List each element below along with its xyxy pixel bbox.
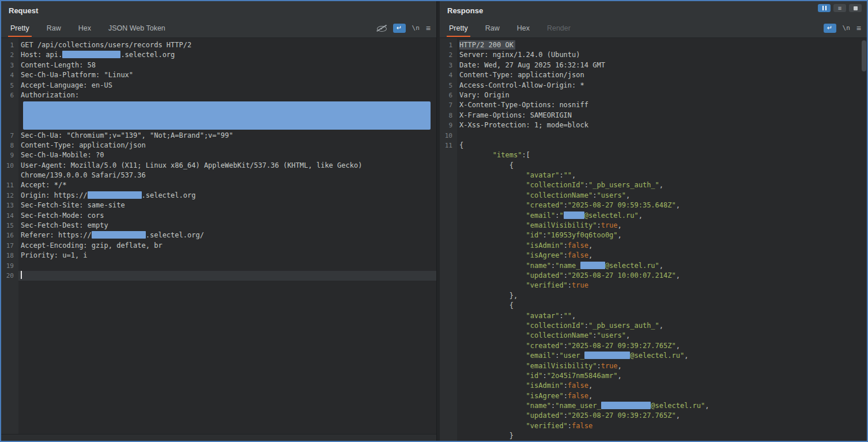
request-editor[interactable]: 1GET /api/collections/users/records HTTP…: [1, 38, 436, 434]
line-number: [440, 331, 457, 341]
layout-single-button[interactable]: [849, 4, 862, 12]
editor-menu-icon[interactable]: ≡: [856, 24, 861, 33]
line-number: 7: [1, 131, 18, 141]
response-code-line: 3Date: Wed, 27 Aug 2025 16:32:14 GMT: [440, 61, 867, 70]
line-number: 6: [1, 90, 18, 100]
line-number: 4: [440, 70, 457, 80]
line-number: [440, 381, 457, 391]
line-number: 15: [1, 221, 18, 231]
request-code-line: 11Accept: */*: [1, 180, 436, 190]
line-number: [440, 221, 457, 231]
response-vertical-scrollbar-thumb[interactable]: [862, 40, 866, 71]
response-code-line: "email":"@selectel.ru",: [440, 211, 867, 221]
request-code-line: 3Content-Length: 58: [1, 61, 436, 70]
request-code-line: 18Priority: u=1, i: [1, 251, 436, 260]
response-code-line: "name":"name_@selectel.ru",: [440, 261, 867, 271]
response-code-line: "email":"user_@selectel.ru",: [440, 351, 867, 361]
layout-rows-button[interactable]: ≡: [833, 4, 846, 12]
response-editor[interactable]: 1HTTP/2 200 OK2Server: nginx/1.24.0 (Ubu…: [440, 38, 867, 441]
line-number: 2: [1, 50, 18, 60]
line-number: 7: [440, 100, 457, 110]
response-code-line: {: [440, 161, 867, 171]
response-code-line: "collectionId":"_pb_users_auth_",: [440, 321, 867, 331]
response-code-line: 11{: [440, 141, 867, 150]
request-code-line: 17Accept-Encoding: gzip, deflate, br: [1, 241, 436, 251]
request-panel-title: Request: [1, 1, 436, 18]
wrap-lines-icon[interactable]: ↵: [824, 24, 836, 33]
line-number: 8: [1, 141, 18, 150]
tab-request-json-web-token[interactable]: JSON Web Token: [107, 19, 167, 37]
pause-button[interactable]: [818, 4, 831, 12]
line-number: [440, 251, 457, 260]
request-code-line: 2Host: api..selectel.org: [1, 50, 436, 60]
response-code-line: "isAdmin":false,: [440, 381, 867, 391]
show-newlines-icon[interactable]: \n: [843, 24, 850, 32]
line-number: [440, 241, 457, 251]
response-code-line: 4Content-Type: application/json: [440, 70, 867, 80]
response-panel: Response Pretty Raw Hex Render ↵ \n ≡ 1H…: [440, 1, 867, 441]
response-code-line: 1HTTP/2 200 OK: [440, 40, 867, 50]
request-tabbar: Pretty Raw Hex JSON Web Token ↵ \n ≡: [1, 18, 436, 38]
editor-menu-icon[interactable]: ≡: [426, 24, 431, 33]
line-number: 9: [440, 120, 457, 130]
tab-request-hex[interactable]: Hex: [77, 19, 92, 37]
request-code-line: 5Accept-Language: en-US: [1, 81, 436, 90]
line-number: [440, 150, 457, 160]
line-number: [440, 161, 457, 171]
response-code-line: "emailVisibility":true,: [440, 221, 867, 231]
request-code-line: 6Authorization:: [1, 90, 436, 100]
tab-response-raw[interactable]: Raw: [484, 19, 501, 37]
line-number: [440, 391, 457, 401]
line-number: [440, 351, 457, 361]
show-newlines-icon[interactable]: \n: [412, 24, 420, 32]
line-number: [440, 421, 457, 431]
line-number: 11: [440, 141, 457, 150]
tab-response-render[interactable]: Render: [546, 19, 572, 37]
response-code-line: "name":"name_user_@selectel.ru",: [440, 401, 867, 411]
line-number: 10: [1, 161, 18, 171]
response-code-line: "created":"2025-08-27 09:39:27.765Z",: [440, 341, 867, 351]
request-code-line: 12Origin: https://.selectel.org: [1, 191, 436, 201]
request-editor-toolbar: ↵ \n ≡: [376, 24, 431, 33]
tab-request-raw[interactable]: Raw: [46, 19, 62, 37]
response-code-line: },: [440, 291, 867, 301]
request-code-line: 14Sec-Fetch-Mode: cors: [1, 211, 436, 221]
hide-matches-icon[interactable]: [376, 24, 387, 32]
redacted-value: [584, 352, 630, 359]
line-number: 19: [1, 261, 18, 271]
response-code-line: "emailVisibility":true,: [440, 361, 867, 371]
response-code-line: "updated":"2025-08-27 10:00:07.214Z",: [440, 271, 867, 281]
response-code-line: "updated":"2025-08-27 09:39:27.765Z",: [440, 411, 867, 421]
line-number: 20: [1, 271, 18, 281]
line-number: 8: [440, 111, 457, 120]
response-code-line: "isAgree":false,: [440, 251, 867, 260]
line-number: [1, 100, 18, 130]
response-code-line: }: [440, 431, 867, 441]
request-code-line: 13Sec-Fetch-Site: same-site: [1, 201, 436, 210]
line-number: 11: [1, 180, 18, 190]
line-number: [1, 171, 18, 180]
response-code-line: "created":"2025-08-27 09:59:35.648Z",: [440, 201, 867, 210]
response-code-line: "avatar":"",: [440, 311, 867, 321]
line-number: [440, 271, 457, 281]
request-horizontal-scrollbar[interactable]: [1, 434, 436, 441]
line-number: [440, 171, 457, 180]
response-editor-toolbar: ↵ \n ≡: [824, 24, 861, 33]
line-number: 2: [440, 50, 457, 60]
line-number: [440, 261, 457, 271]
response-code-line: 2Server: nginx/1.24.0 (Ubuntu): [440, 50, 867, 60]
tab-response-hex[interactable]: Hex: [516, 19, 531, 37]
request-code-line: 16Referer: https://.selectel.org/: [1, 231, 436, 240]
response-code-line: "collectionName":"users",: [440, 191, 867, 201]
line-number: 17: [1, 241, 18, 251]
line-number: [440, 281, 457, 290]
response-code-line: "isAgree":false,: [440, 391, 867, 401]
line-number: 5: [440, 81, 457, 90]
response-code-line: "isAdmin":false,: [440, 241, 867, 251]
wrap-lines-icon[interactable]: ↵: [393, 24, 406, 33]
response-code-line: "verified":false: [440, 421, 867, 431]
tab-response-pretty[interactable]: Pretty: [448, 19, 469, 37]
line-number: 12: [1, 191, 18, 201]
redacted-authorization-token: [23, 101, 431, 129]
tab-request-pretty[interactable]: Pretty: [9, 19, 31, 37]
